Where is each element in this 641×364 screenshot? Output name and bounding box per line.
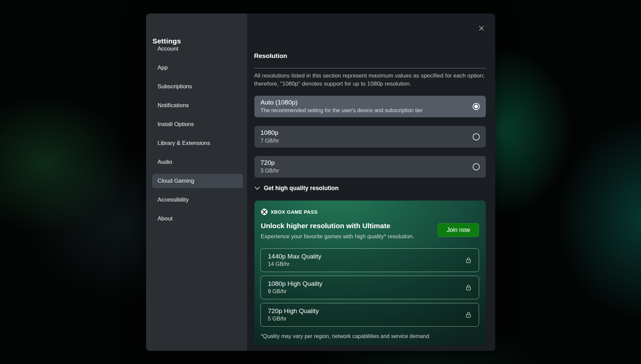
sidebar-item-app[interactable]: App (152, 61, 243, 75)
chevron-down-icon (254, 186, 260, 190)
sidebar-item-audio[interactable]: Audio (152, 155, 243, 169)
lock-icon (465, 256, 472, 264)
sidebar-item-label: Subscriptions (158, 83, 192, 90)
sidebar-item-label: Notifications (158, 102, 189, 109)
section-description: All resolutions listed in this section r… (254, 72, 490, 88)
sidebar-item-notifications[interactable]: Notifications (152, 98, 243, 113)
resolution-option-720p[interactable]: 720p 3 GB/hr (254, 156, 486, 178)
sidebar-item-about[interactable]: About (152, 212, 243, 226)
gamepass-brand: XBOX GAME PASS (261, 208, 317, 215)
section-divider (254, 68, 486, 68)
expander-label: Get high quality resolution (264, 185, 339, 192)
option-title: Auto (1080p) (260, 98, 467, 106)
radio-unchecked-icon[interactable] (473, 133, 480, 141)
sidebar-item-accessibility[interactable]: Accessibility (152, 193, 243, 207)
locked-option-subtitle: 9 GB/hr (268, 288, 479, 295)
sidebar-item-label: App (158, 64, 168, 71)
sidebar-item-install-options[interactable]: Install Options (152, 117, 243, 131)
radio-checked-icon[interactable] (473, 103, 480, 110)
option-subtitle: The recommended setting for the user's d… (260, 107, 467, 114)
sidebar-item-label: Audio (158, 159, 172, 165)
desktop-background: { "window": { "close_icon": "close" }, "… (0, 0, 641, 364)
xbox-logo-icon (261, 208, 268, 215)
sidebar-item-label: Library & Extensions (158, 140, 210, 147)
option-subtitle: 7 GB/hr (260, 137, 467, 144)
gamepass-brand-label: XBOX GAME PASS (271, 209, 317, 215)
sidebar-item-library-extensions[interactable]: Library & Extensions (152, 136, 243, 150)
locked-option-title: 720p High Quality (268, 307, 479, 315)
promo-footnote: *Quality may vary per region, network ca… (261, 333, 429, 339)
resolution-option-auto[interactable]: Auto (1080p) The recommended setting for… (254, 96, 486, 117)
option-subtitle: 3 GB/hr (260, 167, 467, 174)
locked-option-1440p: 1440p Max Quality 14 GB/hr (260, 248, 479, 272)
lock-icon (465, 311, 472, 318)
locked-option-subtitle: 5 GB/hr (268, 315, 479, 322)
sidebar-item-label: Install Options (158, 121, 194, 128)
sidebar-item-cloud-gaming[interactable]: Cloud Gaming (152, 174, 243, 188)
close-button[interactable] (476, 23, 487, 34)
promo-subheadline: Experience your favorite games with high… (261, 233, 414, 240)
locked-option-720p: 720p High Quality 5 GB/hr (260, 303, 479, 327)
high-quality-expander[interactable]: Get high quality resolution (254, 185, 339, 192)
lock-icon (465, 284, 472, 291)
option-title: 720p (260, 159, 467, 166)
option-title: 1080p (260, 129, 467, 136)
page-title: Resolution (254, 52, 287, 60)
settings-sidebar: Settings Account App Subscriptions Notif… (146, 13, 247, 351)
locked-option-title: 1440p Max Quality (268, 253, 479, 260)
radio-dot (474, 105, 478, 109)
join-now-button[interactable]: Join now (438, 223, 479, 237)
settings-nav: Account App Subscriptions Notifications … (146, 42, 247, 231)
sidebar-item-subscriptions[interactable]: Subscriptions (152, 80, 243, 94)
settings-dialog: Settings Account App Subscriptions Notif… (146, 13, 495, 351)
sidebar-item-label: Account (158, 46, 178, 52)
sidebar-item-label: Cloud Gaming (158, 178, 194, 184)
sidebar-item-label: About (158, 215, 172, 222)
close-icon (478, 25, 485, 32)
locked-option-1080p: 1080p High Quality 9 GB/hr (260, 276, 479, 299)
sidebar-item-account[interactable]: Account (152, 42, 243, 56)
settings-content-panel: Resolution All resolutions listed in thi… (247, 13, 495, 351)
locked-option-title: 1080p High Quality (268, 280, 479, 287)
radio-unchecked-icon[interactable] (473, 163, 480, 171)
resolution-option-1080p[interactable]: 1080p 7 GB/hr (254, 126, 486, 148)
promo-headline: Unlock higher resolution with Ultimate (261, 222, 390, 230)
gamepass-promo-card: XBOX GAME PASS Unlock higher resolution … (254, 201, 486, 345)
sidebar-item-label: Accessibility (158, 196, 189, 203)
locked-option-subtitle: 14 GB/hr (268, 261, 479, 268)
